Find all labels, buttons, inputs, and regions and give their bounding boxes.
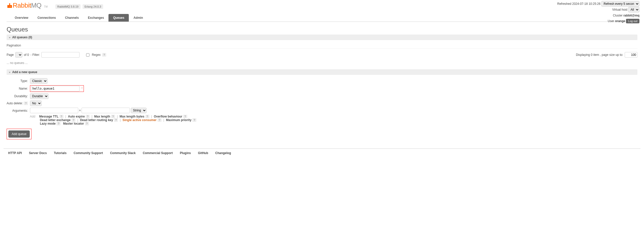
refreshed-label: Refreshed	[557, 2, 571, 6]
version-rabbitmq: RabbitMQ 3.8.19	[55, 4, 81, 9]
logout-button[interactable]: Log out	[626, 19, 639, 23]
footer-http-api[interactable]: HTTP API	[8, 151, 22, 155]
help-icon[interactable]: ?	[59, 115, 64, 118]
help-icon[interactable]: ?	[145, 115, 149, 118]
arguments-label: Arguments:	[7, 107, 30, 126]
arg-auto-expire[interactable]: Auto expire	[68, 115, 85, 118]
footer-github[interactable]: GitHub	[198, 151, 208, 155]
refreshed-time: 2024-07-18 10:25:26	[572, 2, 600, 6]
cluster-value: rabbit@mq	[623, 14, 639, 17]
vhost-label: Virtual host	[612, 8, 627, 11]
tab-channels[interactable]: Channels	[60, 14, 83, 22]
tab-connections[interactable]: Connections	[33, 14, 60, 22]
help-icon[interactable]: ?	[192, 118, 196, 122]
argument-value-input[interactable]	[82, 108, 130, 113]
logo: RabbitMQ	[7, 2, 41, 9]
arg-max-length-bytes[interactable]: Max length bytes	[120, 115, 144, 118]
tab-exchanges[interactable]: Exchanges	[83, 14, 108, 22]
regex-label: Regex	[92, 53, 101, 57]
footer-plugins[interactable]: Plugins	[180, 151, 191, 155]
autodelete-label: Auto delete:	[7, 102, 23, 105]
arg-single-active-consumer[interactable]: Single active consumer	[122, 118, 156, 122]
arg-master-locator[interactable]: Master locator	[63, 122, 84, 125]
page-select[interactable]	[15, 52, 22, 58]
help-icon[interactable]: ?	[71, 118, 75, 122]
args-add-label: Add	[30, 115, 35, 118]
regex-help-icon[interactable]: ?	[102, 53, 106, 57]
durability-select[interactable]: Durable	[30, 93, 49, 99]
footer-changelog[interactable]: Changelog	[215, 151, 231, 155]
argument-key-input[interactable]	[30, 108, 78, 113]
tab-overview[interactable]: Overview	[10, 14, 33, 22]
arg-lazy-mode[interactable]: Lazy mode	[40, 122, 56, 125]
filter-input[interactable]	[41, 52, 80, 58]
logo-tm: TM	[44, 5, 48, 8]
arg-dead-letter-exchange[interactable]: Dead letter exchange	[40, 118, 71, 122]
help-icon[interactable]: ?	[56, 122, 60, 125]
rabbit-icon	[7, 3, 13, 9]
user-value: orange	[615, 19, 625, 23]
arg-maximum-priority[interactable]: Maximum priority	[166, 118, 192, 122]
help-icon[interactable]: ?	[85, 122, 89, 125]
mandatory-marker: *	[82, 87, 83, 90]
autodelete-select[interactable]: No	[30, 101, 42, 106]
arg-message-ttl[interactable]: Message TTL	[39, 115, 58, 118]
user-label: User	[608, 19, 614, 23]
argument-type-select[interactable]: String	[131, 108, 147, 113]
filter-label: - Filter:	[30, 53, 40, 57]
of-label: of 0	[24, 53, 29, 57]
durability-label: Durability:	[7, 93, 30, 100]
autodelete-help-icon[interactable]: ?	[24, 102, 28, 105]
no-queues-message: ... no queues ...	[7, 61, 637, 65]
help-icon[interactable]: ?	[114, 118, 118, 122]
type-label: Type:	[7, 77, 30, 85]
help-icon[interactable]: ?	[111, 115, 115, 118]
help-icon[interactable]: ?	[183, 115, 187, 118]
footer-community-slack[interactable]: Community Slack	[110, 151, 136, 155]
name-input[interactable]	[31, 86, 80, 91]
footer-server-docs[interactable]: Server Docs	[29, 151, 47, 155]
page-label: Page	[7, 53, 14, 57]
footer-community-support[interactable]: Community Support	[74, 151, 103, 155]
tab-admin[interactable]: Admin	[129, 14, 147, 22]
displaying-label: Displaying 0 item , page size up to:	[576, 53, 623, 57]
arg-dead-letter-routing-key[interactable]: Dead letter routing key	[80, 118, 113, 122]
equals-label: =	[79, 109, 81, 112]
regex-checkbox[interactable]	[86, 53, 89, 57]
nav-tabs: Overview Connections Channels Exchanges …	[7, 14, 639, 22]
tab-queues[interactable]: Queues	[108, 14, 129, 22]
footer-tutorials[interactable]: Tutorials	[54, 151, 67, 155]
section-all-queues[interactable]: All queues (0)	[7, 35, 637, 40]
name-label: Name:	[7, 85, 30, 93]
footer-commercial-support[interactable]: Commercial Support	[143, 151, 173, 155]
refresh-interval-select[interactable]: Refresh every 5 seconds	[601, 1, 639, 7]
help-icon[interactable]: ?	[86, 115, 90, 118]
logo-text-mq: MQ	[31, 2, 41, 9]
add-queue-button[interactable]: Add queue	[8, 130, 30, 138]
arg-overflow-behaviour[interactable]: Overflow behaviour	[154, 115, 182, 118]
help-icon[interactable]: ?	[158, 118, 162, 122]
page-size-input[interactable]	[625, 52, 637, 58]
page-title: Queues	[7, 26, 637, 33]
cluster-label: Cluster	[613, 14, 623, 17]
arg-max-length[interactable]: Max length	[94, 115, 110, 118]
type-select[interactable]: Classic	[30, 78, 48, 84]
version-erlang: Erlang 24.0.3	[83, 4, 103, 9]
section-add-queue[interactable]: Add a new queue	[7, 69, 637, 75]
vhost-select[interactable]: All	[628, 7, 639, 12]
footer: HTTP API Server Docs Tutorials Community…	[4, 148, 640, 157]
logo-text-rabbit: Rabbit	[13, 2, 31, 9]
pagination-caption: Pagination	[7, 44, 637, 48]
